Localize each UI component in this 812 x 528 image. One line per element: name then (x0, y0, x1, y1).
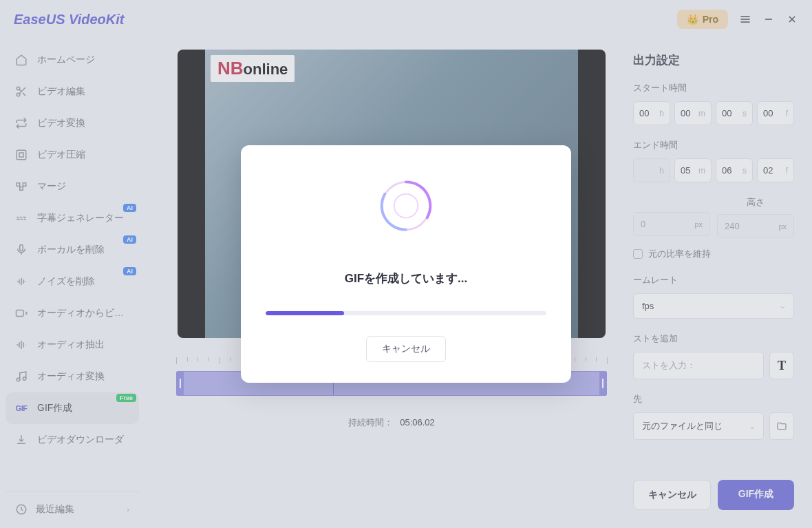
svg-point-12 (394, 194, 418, 218)
progress-fill (266, 311, 344, 315)
progress-modal: GIFを作成しています... キャンセル (241, 145, 571, 383)
progress-bar (266, 311, 546, 315)
modal-cancel-button[interactable]: キャンセル (366, 336, 446, 362)
modal-message: GIFを作成しています... (266, 271, 546, 286)
spinner-icon (373, 173, 439, 239)
modal-overlay: GIFを作成しています... キャンセル (0, 0, 812, 528)
